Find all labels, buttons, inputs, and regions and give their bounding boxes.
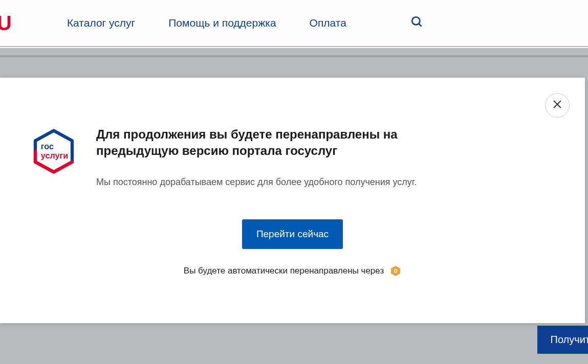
redirect-countdown-row: Вы будете автоматически перенаправлены ч… [0,265,585,277]
nav-payment[interactable]: Оплата [310,17,346,29]
svg-line-1 [419,24,421,26]
modal-subtitle: Мы постоянно дорабатываем сервис для бол… [96,176,483,189]
nav-help[interactable]: Помощь и поддержка [168,17,276,29]
top-navbar: U Каталог услуг Помощь и поддержка Оплат… [0,0,588,47]
get-service-button[interactable]: Получит [537,326,588,354]
close-button[interactable] [545,93,570,118]
countdown-value: 0 [394,268,397,274]
site-logo-fragment: U [0,12,11,35]
svg-point-0 [412,17,420,25]
gosuslugi-logo-icon: гос услуги [31,128,77,174]
nav-catalog[interactable]: Каталог услуг [67,17,135,29]
redirect-modal: гос услуги Для продолжения вы будете пер… [0,78,585,323]
svg-text:услуги: услуги [41,151,68,160]
search-icon[interactable] [410,15,424,31]
countdown-badge-icon: 0 [390,265,401,277]
nav-links: Каталог услуг Помощь и поддержка Оплата [67,15,424,31]
go-now-button[interactable]: Перейти сейчас [242,219,343,249]
close-icon [552,99,562,111]
redirect-text: Вы будете автоматически перенаправлены ч… [184,266,384,276]
modal-title: Для продолжения вы будете перенаправлены… [96,126,483,160]
svg-text:гос: гос [41,142,54,151]
